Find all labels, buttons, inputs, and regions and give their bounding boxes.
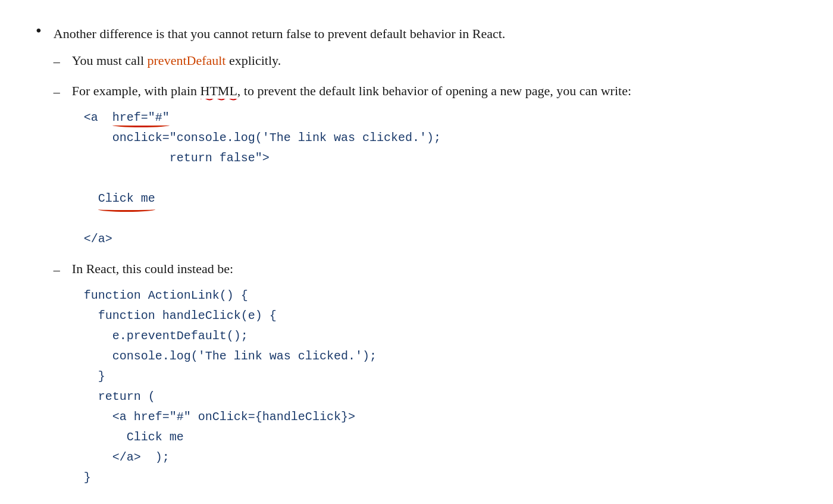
bullet-list: • Another difference is that you cannot … [36, 24, 797, 497]
main-text: Another difference is that you cannot re… [54, 26, 506, 41]
code-line-2: onclick="console.log('The link was click… [84, 128, 797, 148]
code-line-click-me: Click me [84, 189, 797, 209]
react-line-7: <a href="#" onClick={handleClick}> [84, 407, 797, 427]
sub-text-2: For example, with plain HTML, to prevent… [72, 81, 797, 249]
sub-item-html-example: – For example, with plain HTML, to preve… [54, 81, 797, 249]
react-intro-text: In React, this could instead be: [72, 261, 233, 276]
text-for-example: For example, with plain HTML, to prevent… [72, 83, 631, 98]
sub-text-1: You must call preventDefault explicitly. [72, 51, 797, 70]
prevent-default-highlight: preventDefault [148, 53, 226, 68]
click-me-underline: Click me [98, 189, 155, 209]
code-line-blank-2 [84, 209, 797, 229]
dash-3: – [54, 260, 60, 280]
html-code-block: <a href="#" onclick="console.log('The li… [84, 108, 797, 249]
code-line-1: <a href="#" [84, 108, 797, 128]
text-after-highlight: explicitly. [226, 53, 281, 68]
react-line-9: </a> ); [84, 447, 797, 468]
bullet-text: Another difference is that you cannot re… [54, 24, 797, 497]
sub-item-prevent-default: – You must call preventDefault explicitl… [54, 51, 797, 71]
sub-text-3: In React, this could instead be: functio… [72, 259, 797, 488]
react-line-8: Click me [84, 427, 797, 447]
sub-list: – You must call preventDefault explicitl… [54, 51, 797, 488]
sub-item-react-example: – In React, this could instead be: funct… [54, 259, 797, 488]
bullet-item-main: • Another difference is that you cannot … [36, 24, 797, 497]
react-line-2: function handleClick(e) { [84, 306, 797, 326]
dash-2: – [54, 82, 60, 102]
react-line-5: } [84, 367, 797, 387]
react-code-block: function ActionLink() { function handleC… [84, 286, 797, 488]
code-line-3: return false"> [84, 148, 797, 168]
react-line-6: return ( [84, 387, 797, 407]
code-line-blank-1 [84, 168, 797, 189]
html-wavy-text: HTML [201, 83, 237, 98]
bullet-dot: • [36, 21, 42, 40]
react-line-4: console.log('The link was clicked.'); [84, 346, 797, 367]
content-area: • Another difference is that you cannot … [36, 24, 797, 497]
code-line-close-a: </a> [84, 229, 797, 249]
react-line-3: e.preventDefault(); [84, 326, 797, 346]
react-line-1: function ActionLink() { [84, 286, 797, 306]
click-me-link[interactable]: Click me [98, 192, 155, 205]
dash-1: – [54, 52, 60, 71]
text-before-highlight: You must call [72, 53, 148, 68]
react-line-10: } [84, 468, 797, 488]
href-attr: href="#" [112, 111, 170, 124]
